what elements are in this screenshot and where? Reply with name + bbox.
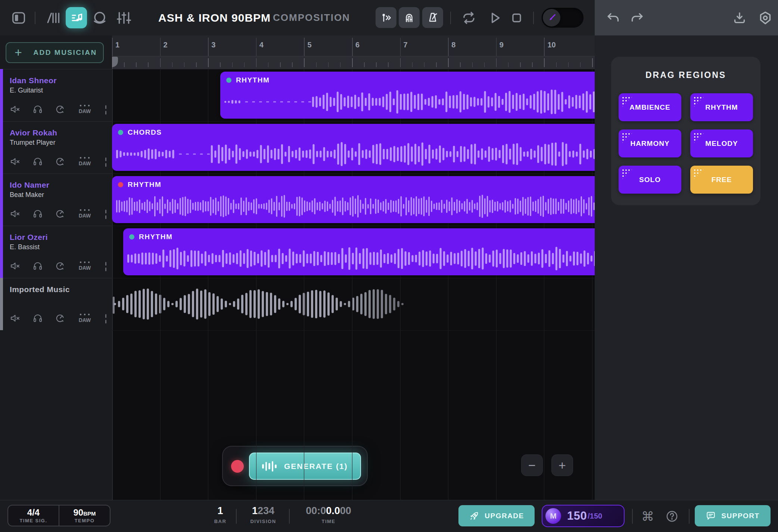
mute-icon[interactable] xyxy=(10,156,21,167)
time-signature-control[interactable]: 4/4 TIME SIG. xyxy=(8,506,59,526)
toggle-sidebar-button[interactable] xyxy=(11,0,26,35)
audio-region[interactable]: CHORDS xyxy=(112,124,595,171)
chat-icon xyxy=(706,511,716,521)
drag-handle[interactable] xyxy=(105,314,106,323)
beat-tick xyxy=(508,62,509,67)
headphones-icon[interactable] xyxy=(32,260,43,272)
beat-tick xyxy=(148,62,149,67)
stop-icon xyxy=(509,10,524,25)
drag-handle[interactable] xyxy=(105,157,106,167)
beat-tick xyxy=(124,62,125,67)
undo-button[interactable] xyxy=(607,0,620,35)
region-status-dot xyxy=(226,78,231,83)
daw-icon[interactable]: DAW xyxy=(77,313,93,324)
audio-region[interactable]: RHYTHM xyxy=(112,176,595,223)
tempo-control[interactable]: 90BPM TEMPO xyxy=(59,506,110,526)
drag-region-button-free[interactable]: FREE xyxy=(690,166,753,194)
zoom-out-button[interactable]: − xyxy=(521,454,543,476)
composition-view-button[interactable] xyxy=(66,7,87,28)
track-header[interactable]: Ido Namer Beat Maker DAW xyxy=(0,173,112,226)
generate-button[interactable]: GENERATE (1) xyxy=(249,453,361,480)
shortcuts-button[interactable]: ⌘ xyxy=(641,500,654,532)
redo-button[interactable] xyxy=(630,0,644,35)
beat-tick xyxy=(316,62,317,67)
metronome-toggle[interactable] xyxy=(422,7,443,28)
minus-icon: − xyxy=(528,458,536,473)
paint-mode-toggle[interactable] xyxy=(542,8,584,28)
upgrade-button[interactable]: UPGRADE xyxy=(458,505,535,526)
drag-region-button-ambience[interactable]: AMBIENCE xyxy=(619,93,681,121)
add-musician-label: ADD MUSICIAN xyxy=(33,48,97,57)
headphones-icon[interactable] xyxy=(32,313,43,324)
track-header[interactable]: Imported Music DAW xyxy=(0,278,112,330)
daw-icon[interactable]: DAW xyxy=(77,260,93,272)
headphones-icon[interactable] xyxy=(32,104,43,115)
region-label: RHYTHM xyxy=(236,76,270,84)
play-button[interactable] xyxy=(487,0,503,35)
ruler-ticks[interactable] xyxy=(112,56,595,69)
drag-region-button-melody[interactable]: MELODY xyxy=(690,129,753,157)
track-header[interactable]: Avior Rokah Trumpet Player DAW xyxy=(0,121,112,173)
toolbar-divider-1 xyxy=(35,0,35,35)
settings-button[interactable] xyxy=(758,0,772,35)
download-button[interactable] xyxy=(733,0,746,35)
audio-region[interactable]: RHYTHM xyxy=(220,72,595,119)
drag-handle[interactable] xyxy=(105,105,106,115)
timeline-canvas[interactable]: 12345678910 GENERATE (1) − + RHYTHM CHOR… xyxy=(112,35,595,500)
play-icon xyxy=(487,10,503,26)
daw-icon[interactable]: DAW xyxy=(77,208,93,219)
row-divider xyxy=(112,121,595,122)
beat-tick xyxy=(364,62,365,67)
plus-icon: + xyxy=(558,458,566,473)
mute-icon[interactable] xyxy=(10,260,21,272)
beat-tick xyxy=(460,62,461,67)
mixer-view-button[interactable] xyxy=(116,0,132,35)
beat-tick xyxy=(484,62,485,67)
track-role: E. Bassist xyxy=(10,243,40,251)
drag-region-button-solo[interactable]: SOLO xyxy=(619,166,681,194)
division-rest: 234 xyxy=(258,505,274,516)
track-header[interactable]: Lior Ozeri E. Bassist DAW xyxy=(0,226,112,278)
region-waveform xyxy=(126,245,595,272)
knob-icon[interactable] xyxy=(55,104,66,115)
bar-separator xyxy=(256,38,257,56)
mute-icon[interactable] xyxy=(10,104,21,115)
drag-region-button-rhythm[interactable]: RHYTHM xyxy=(690,93,753,121)
layout-panel-icon xyxy=(11,10,26,25)
audio-region[interactable]: RHYTHM xyxy=(123,228,595,275)
upgrade-label: UPGRADE xyxy=(485,512,524,520)
svg-text:DAW: DAW xyxy=(79,317,91,323)
credits-pill[interactable]: M 150 /150 xyxy=(542,505,625,527)
help-button[interactable] xyxy=(666,500,678,532)
daw-icon[interactable]: DAW xyxy=(77,156,93,167)
track-name: Imported Music xyxy=(10,285,70,294)
snap-magnet-toggle[interactable] xyxy=(399,7,420,28)
playhead-marker[interactable] xyxy=(112,57,118,67)
zoom-in-button[interactable]: + xyxy=(551,454,573,476)
daw-icon[interactable]: DAW xyxy=(77,104,93,115)
stop-button[interactable] xyxy=(509,0,524,35)
record-indicator[interactable] xyxy=(231,460,244,473)
mute-icon[interactable] xyxy=(10,313,21,324)
drag-region-button-harmony[interactable]: HARMONY xyxy=(619,129,681,157)
knob-icon[interactable] xyxy=(55,156,66,167)
follow-playhead-toggle[interactable] xyxy=(376,7,396,28)
mute-icon[interactable] xyxy=(10,208,21,219)
knob-icon[interactable] xyxy=(55,260,66,272)
knob-icon[interactable] xyxy=(55,313,66,324)
drum-view-button[interactable] xyxy=(92,0,108,35)
drag-handle[interactable] xyxy=(105,262,106,271)
headphones-icon[interactable] xyxy=(32,156,43,167)
strings-view-button[interactable] xyxy=(45,0,61,35)
track-header[interactable]: Idan Shneor E. Guitarist DAW xyxy=(0,69,112,121)
loop-button[interactable] xyxy=(461,0,476,35)
timpani-icon xyxy=(92,10,108,26)
bar-number: 10 xyxy=(547,41,556,49)
support-button[interactable]: SUPPORT xyxy=(695,505,771,526)
knob-icon[interactable] xyxy=(55,208,66,219)
add-musician-button[interactable]: + ADD MUSICIAN xyxy=(6,42,104,63)
headphones-icon[interactable] xyxy=(32,208,43,219)
drag-handle[interactable] xyxy=(105,210,106,219)
ruler-numbers[interactable]: 12345678910 xyxy=(112,35,595,56)
beat-tick xyxy=(292,62,293,67)
